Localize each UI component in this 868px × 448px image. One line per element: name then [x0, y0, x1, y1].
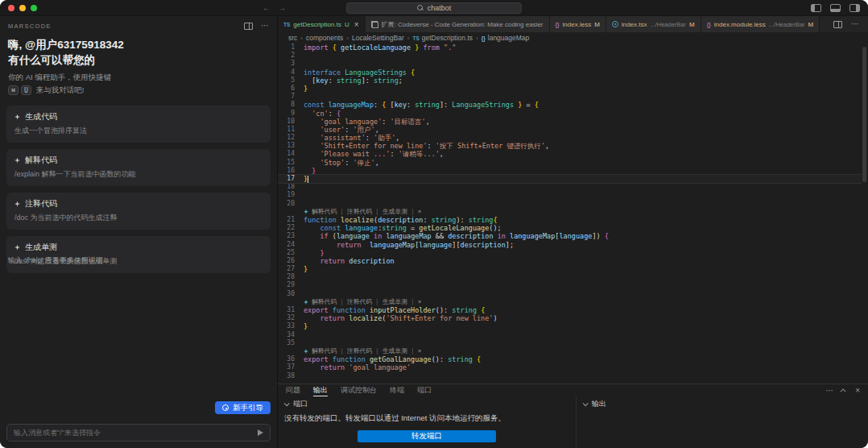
editor-tab[interactable]: {}index.lessM	[550, 16, 606, 32]
breadcrumb-label: components	[306, 34, 343, 42]
send-icon[interactable]	[258, 429, 263, 436]
split-editor-icon[interactable]	[833, 21, 842, 28]
sparkle-icon	[14, 114, 20, 120]
line-number: 19	[278, 191, 304, 199]
codelens-command[interactable]: 注释代码	[347, 298, 372, 306]
panel-tab[interactable]: 输出	[313, 384, 328, 396]
line-number: 12	[278, 134, 304, 142]
code-line-content: return 'goal language'	[304, 363, 862, 371]
editor-tab[interactable]: 扩展: Codeverse - Code Generation: Make co…	[366, 16, 550, 32]
code-line: 11 'user': '用户',	[278, 126, 862, 134]
codelens-command[interactable]: 解释代码	[312, 298, 337, 306]
codelens-command[interactable]: 解释代码	[312, 347, 337, 355]
open-editor-icon[interactable]	[244, 23, 253, 30]
codelens-command[interactable]: 生成单测	[382, 208, 407, 216]
assistant-header: MARSCODE ⋯	[8, 20, 269, 31]
panel-more-icon[interactable]: ⋯	[825, 388, 833, 394]
panel-tab[interactable]: 端口	[417, 384, 432, 396]
editor-tab-bar: TSgetDescription.tsU×扩展: Codeverse - Cod…	[278, 16, 868, 32]
codelens-command[interactable]: 生成单测	[382, 347, 407, 355]
line-number: 37	[278, 363, 304, 371]
codelens-command[interactable]: 注释代码	[347, 208, 372, 216]
u-key: U	[21, 85, 31, 95]
code-area[interactable]: 1import { getLocaleLanguage } from "."23…	[278, 44, 862, 384]
breadcrumb-item[interactable]: {}languageMap	[482, 34, 530, 42]
breadcrumb-item[interactable]: components	[306, 34, 343, 42]
codelens-row: 解释代码|注释代码|生成单测|×	[278, 347, 862, 355]
back-icon[interactable]: ←	[262, 3, 271, 12]
codelens-separator: |	[411, 298, 415, 306]
code-line: 21function localize(description: string)…	[278, 216, 862, 224]
panel-tab[interactable]: 问题	[286, 384, 300, 396]
prompt-card-title-text: 生成代码	[25, 111, 57, 122]
guide-button[interactable]: 新手引导	[215, 401, 271, 414]
chat-input[interactable]	[14, 429, 258, 437]
panel-body: 端口 没有转发的端口。转发端口以通过 Internet 访问本地运行的服务。 转…	[278, 396, 868, 448]
codelens-close-icon[interactable]: ×	[418, 347, 422, 355]
output-section-title: 输出	[592, 399, 606, 409]
line-number: 11	[278, 126, 304, 134]
code-line: 20	[278, 200, 862, 208]
code-line: 18	[278, 183, 862, 191]
output-view: 输出	[576, 396, 868, 448]
hint-line-2: ⌘U 来与我对话吧!	[8, 84, 111, 97]
codelens-close-icon[interactable]: ×	[418, 208, 422, 216]
codelens-command[interactable]: 注释代码	[347, 347, 372, 355]
line-number: 8	[278, 101, 304, 109]
editor-tab[interactable]: {}index.module.less.../HeaderBarM	[701, 16, 820, 32]
codelens-separator: |	[340, 347, 344, 355]
symbol-variable-icon: {}	[482, 35, 486, 41]
code-line-content: export function inputPlaceHolder(): stri…	[304, 306, 862, 314]
window-zoom-button[interactable]	[31, 5, 37, 11]
git-status-badge: M	[689, 21, 695, 28]
search-icon	[417, 5, 424, 11]
ports-section-header[interactable]: 端口	[278, 396, 576, 411]
window-title-search[interactable]: chatbot	[346, 2, 522, 14]
line-number: 22	[278, 224, 304, 232]
prompt-card[interactable]: 解释代码/explain 解释一下当前选中函数的功能	[6, 149, 271, 186]
window-close-button[interactable]	[8, 5, 14, 11]
close-panel-icon[interactable]: ×	[855, 386, 860, 395]
panel-tab[interactable]: 终端	[390, 384, 404, 396]
window-minimize-button[interactable]	[19, 5, 26, 11]
breadcrumb-item[interactable]: src	[288, 34, 297, 42]
code-line: 29	[278, 281, 862, 289]
code-line: 12 'assistant': '助手',	[278, 134, 862, 142]
editor-tab[interactable]: TSgetDescription.tsU×	[278, 16, 366, 32]
prompt-card[interactable]: 生成单测/test 为这段选中的函数生成单测	[6, 236, 271, 273]
close-icon[interactable]: ×	[354, 20, 359, 29]
line-number: 21	[278, 216, 304, 224]
maximize-panel-icon[interactable]	[841, 388, 846, 394]
toggle-sidebar-icon[interactable]	[811, 4, 821, 12]
codelens-separator: |	[340, 298, 344, 306]
toggle-panel-icon[interactable]	[830, 4, 841, 12]
line-number: 9	[278, 110, 304, 118]
forward-icon[interactable]: →	[278, 3, 286, 12]
editor-more-icon[interactable]: ⋯	[851, 21, 859, 27]
bottom-panel: 问题输出调试控制台终端端口 ⋯ × 端口 没有转发的端口。转发端口以通过 Int…	[278, 384, 868, 448]
breadcrumb-item[interactable]: TSgetDescription.ts	[412, 34, 473, 42]
app-window: ← → chatbot MARSCODE ⋯ 嗨, @用户63175918342…	[0, 0, 868, 448]
prompt-card[interactable]: 注释代码/doc 为当前选中的代码生成注释	[6, 193, 271, 230]
breadcrumb-item[interactable]: LocaleSettingBar	[352, 34, 404, 42]
codelens-command[interactable]: 解释代码	[312, 208, 337, 216]
code-line: 17}	[278, 175, 862, 183]
help-hint: 输入 '/help' 查看更多使用说明	[8, 255, 103, 266]
codelens-content: 解释代码|注释代码|生成单测|×	[304, 298, 862, 306]
line-number: 27	[278, 265, 304, 273]
forward-port-button[interactable]: 转发端口	[358, 430, 496, 442]
panel-tab[interactable]: 调试控制台	[341, 384, 377, 396]
assistant-hint: 你的 AI 编程助手，使用快捷键 ⌘U 来与我对话吧!	[8, 71, 111, 97]
editor-tab-actions: ⋯	[825, 16, 868, 32]
codelens-command[interactable]: 生成单测	[382, 298, 407, 306]
code-line: 14 'Please wait ...': '请稍等...',	[278, 150, 862, 158]
codelens-close-icon[interactable]: ×	[418, 298, 422, 306]
output-section-header[interactable]: 输出	[577, 396, 868, 411]
editor-scrollbar[interactable]	[862, 47, 866, 182]
prompt-card[interactable]: 生成代码生成一个冒泡排序算法	[6, 106, 271, 143]
toggle-secondary-sidebar-icon[interactable]	[849, 4, 860, 12]
editor-tab[interactable]: index.tsx.../HeaderBarM	[606, 16, 701, 32]
code-line-content: 'Please wait ...': '请稍等...',	[304, 150, 862, 158]
more-actions-icon[interactable]: ⋯	[261, 23, 269, 29]
typescript-icon: TS	[412, 35, 419, 41]
